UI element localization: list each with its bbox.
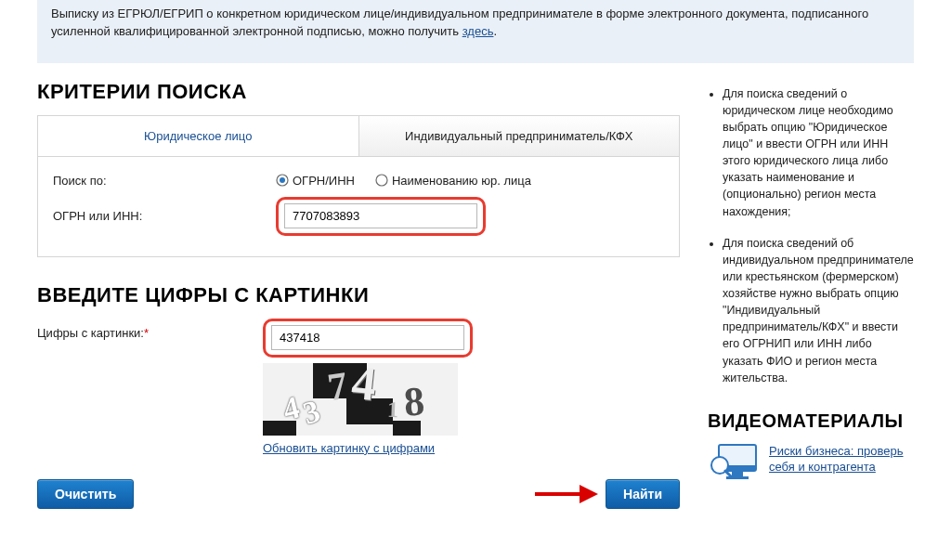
entity-type-tabs: Юридическое лицо Индивидуальный предприн… — [38, 116, 679, 157]
video-heading: ВИДЕОМАТЕРИАЛЫ — [708, 410, 914, 432]
required-mark: * — [144, 326, 149, 340]
video-link-risks[interactable]: Риски бизнеса: проверь себя и контрагент… — [769, 443, 914, 475]
captcha-input-highlight — [263, 319, 473, 358]
video-thumb-icon — [708, 443, 760, 482]
notice-text-end: . — [493, 24, 497, 38]
svg-point-1 — [280, 177, 285, 183]
label-captcha: Цифры с картинки: — [37, 326, 144, 340]
label-ogrn-or-inn: ОГРН или ИНН: — [53, 209, 276, 223]
tab-individual-entrepreneur[interactable]: Индивидуальный предприниматель/КФХ — [359, 116, 680, 156]
radio-ogrn-inn[interactable]: ОГРН/ИНН — [276, 174, 355, 188]
label-search-by: Поиск по: — [53, 174, 276, 188]
ogrn-inn-input[interactable] — [284, 203, 477, 228]
captcha-image: 4 3 7 4 1 8 — [263, 363, 458, 436]
captcha-heading: ВВЕДИТЕ ЦИФРЫ С КАРТИНКИ — [37, 283, 680, 307]
svg-rect-7 — [732, 471, 743, 476]
tab-legal-entity[interactable]: Юридическое лицо — [38, 116, 359, 156]
svg-marker-4 — [580, 485, 598, 503]
radio-by-name-label: Наименованию юр. лица — [392, 174, 531, 188]
help-item-legal: Для поиска сведений о юридическом лице н… — [723, 85, 914, 220]
radio-by-name[interactable]: Наименованию юр. лица — [375, 174, 531, 188]
help-item-individual: Для поиска сведений об индивидуальном пр… — [723, 235, 914, 386]
captcha-block: Цифры с картинки:* 4 3 — [37, 319, 680, 455]
arrow-annotation-icon — [533, 481, 598, 507]
video-item: Риски бизнеса: проверь себя и контрагент… — [708, 443, 914, 482]
notice-text: Выписку из ЕГРЮЛ/ЕГРИП о конкретном юрид… — [51, 7, 868, 38]
radio-selected-icon — [276, 174, 289, 187]
captcha-input[interactable] — [271, 325, 464, 350]
form-buttons: Очистить Найти — [37, 479, 680, 509]
ogrn-input-highlight — [276, 197, 486, 236]
clear-button[interactable]: Очистить — [37, 479, 134, 509]
find-button[interactable]: Найти — [606, 479, 680, 509]
notice-link-here[interactable]: здесь — [462, 24, 494, 38]
radio-unselected-icon — [375, 174, 388, 187]
svg-point-2 — [376, 175, 387, 186]
search-panel: Юридическое лицо Индивидуальный предприн… — [37, 115, 680, 257]
radio-ogrn-inn-label: ОГРН/ИНН — [293, 174, 355, 188]
notice-banner: Выписку из ЕГРЮЛ/ЕГРИП о конкретном юрид… — [37, 0, 914, 63]
captcha-refresh-link[interactable]: Обновить картинку с цифрами — [263, 441, 435, 455]
help-list: Для поиска сведений о юридическом лице н… — [708, 85, 914, 386]
search-criteria-heading: КРИТЕРИИ ПОИСКА — [37, 80, 680, 104]
